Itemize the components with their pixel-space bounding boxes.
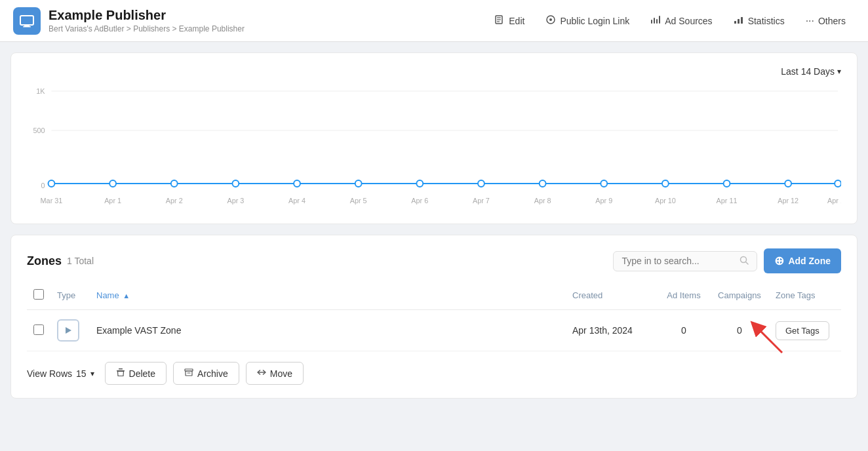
svg-point-32 bbox=[662, 180, 669, 187]
delete-label: Delete bbox=[129, 368, 155, 379]
breadcrumb-root: Bert Varias's AdButler bbox=[49, 24, 124, 33]
search-icon bbox=[740, 256, 749, 267]
zone-campaigns: 0 bbox=[737, 325, 742, 336]
edit-icon bbox=[494, 14, 505, 28]
others-button[interactable]: ··· Others bbox=[797, 10, 855, 32]
header-title-block: Example Publisher Bert Varias's AdButler… bbox=[49, 8, 245, 33]
type-col-header: Type bbox=[50, 284, 90, 310]
move-label: Move bbox=[270, 368, 292, 379]
svg-point-30 bbox=[540, 180, 546, 187]
search-box[interactable] bbox=[613, 251, 757, 271]
delete-button[interactable]: Delete bbox=[105, 362, 167, 385]
svg-text:Apr 9: Apr 9 bbox=[595, 197, 612, 205]
get-tags-label: Get Tags bbox=[785, 326, 819, 336]
vast-zone-icon bbox=[57, 319, 79, 342]
svg-text:Apr 5: Apr 5 bbox=[350, 197, 367, 205]
edit-button[interactable]: Edit bbox=[485, 9, 534, 33]
svg-point-35 bbox=[835, 180, 841, 187]
svg-text:Apr 12: Apr 12 bbox=[778, 197, 799, 205]
zones-title: Zones bbox=[27, 254, 62, 268]
svg-text:Apr 8: Apr 8 bbox=[534, 197, 551, 205]
login-link-icon bbox=[545, 14, 556, 28]
others-label: Others bbox=[818, 16, 846, 26]
chart-section: Last 14 Days ▾ 1K 500 0 bbox=[10, 52, 858, 224]
svg-point-25 bbox=[232, 180, 239, 187]
view-rows-control[interactable]: View Rows 15 ▾ bbox=[27, 368, 94, 379]
svg-text:Apr 7: Apr 7 bbox=[473, 197, 490, 205]
move-button[interactable]: Move bbox=[246, 362, 304, 385]
page-title: Example Publisher bbox=[49, 8, 245, 23]
svg-text:1K: 1K bbox=[36, 87, 45, 95]
ad-sources-label: Ad Sources bbox=[665, 16, 712, 26]
public-login-link-button[interactable]: Public Login Link bbox=[536, 9, 639, 33]
add-zone-label: Add Zone bbox=[788, 256, 831, 266]
breadcrumb-sep1: > bbox=[124, 24, 133, 33]
chart-area: 1K 500 0 Mar 31 Ap bbox=[27, 82, 841, 213]
get-tags-button[interactable]: Get Tags bbox=[776, 321, 829, 340]
view-rows-chevron-icon[interactable]: ▾ bbox=[90, 369, 94, 378]
svg-point-24 bbox=[171, 180, 178, 187]
header: Example Publisher Bert Varias's AdButler… bbox=[0, 0, 868, 42]
row-name-cell: Example VAST Zone bbox=[90, 310, 566, 351]
statistics-button[interactable]: Statistics bbox=[724, 9, 794, 33]
public-login-link-label: Public Login Link bbox=[560, 16, 629, 26]
svg-rect-2 bbox=[23, 26, 31, 28]
table-footer: View Rows 15 ▾ Delete bbox=[27, 362, 841, 385]
svg-point-33 bbox=[724, 180, 730, 187]
zone-created: Apr 13th, 2024 bbox=[572, 325, 633, 336]
svg-line-51 bbox=[746, 262, 749, 264]
action-buttons: Delete Archive bbox=[105, 362, 304, 385]
svg-text:Apr 2: Apr 2 bbox=[166, 197, 183, 205]
svg-point-29 bbox=[478, 180, 484, 187]
period-selector[interactable]: Last 14 Days ▾ bbox=[781, 66, 841, 77]
zones-actions: ⊕ Add Zone bbox=[613, 248, 841, 273]
delete-icon bbox=[116, 368, 125, 379]
svg-text:Apr 4: Apr 4 bbox=[288, 197, 306, 205]
view-rows-value: 15 bbox=[76, 368, 87, 379]
svg-rect-13 bbox=[734, 21, 736, 24]
svg-point-23 bbox=[109, 180, 116, 187]
header-left: Example Publisher Bert Varias's AdButler… bbox=[13, 7, 485, 35]
svg-rect-15 bbox=[741, 17, 743, 24]
svg-point-31 bbox=[601, 180, 607, 187]
row-zone-tags-cell: Get Tags bbox=[769, 310, 841, 351]
table-header: Type Name ▲ Created Ad Items Campaigns Z… bbox=[27, 284, 841, 310]
svg-point-22 bbox=[49, 180, 55, 187]
row-ad-items-cell: 0 bbox=[658, 310, 710, 351]
svg-text:Apr 10: Apr 10 bbox=[655, 197, 676, 205]
table-body: Example VAST Zone Apr 13th, 2024 0 0 Get… bbox=[27, 310, 841, 351]
add-zone-button[interactable]: ⊕ Add Zone bbox=[764, 248, 841, 273]
svg-text:500: 500 bbox=[33, 127, 45, 134]
svg-point-34 bbox=[785, 180, 791, 187]
zones-header: Zones 1 Total ⊕ Add Zone bbox=[27, 248, 841, 273]
row-type-cell bbox=[50, 310, 90, 351]
period-label: Last 14 Days bbox=[781, 66, 835, 77]
breadcrumb-parent: Publishers bbox=[133, 24, 170, 33]
row-checkbox[interactable] bbox=[33, 324, 44, 335]
ad-sources-button[interactable]: Ad Sources bbox=[641, 9, 721, 33]
svg-text:Mar 31: Mar 31 bbox=[41, 197, 63, 205]
zones-section: Zones 1 Total ⊕ Add Zone bbox=[10, 235, 858, 399]
select-all-checkbox[interactable] bbox=[33, 289, 44, 300]
sort-arrow-icon: ▲ bbox=[123, 292, 130, 300]
svg-rect-1 bbox=[24, 25, 30, 26]
svg-text:0: 0 bbox=[41, 182, 45, 189]
archive-button[interactable]: Archive bbox=[173, 362, 239, 385]
campaigns-col-header: Campaigns bbox=[710, 284, 769, 310]
svg-point-27 bbox=[355, 180, 362, 187]
svg-text:Apr 6: Apr 6 bbox=[411, 197, 428, 205]
statistics-icon bbox=[734, 14, 744, 28]
ad-items-col-header: Ad Items bbox=[658, 284, 710, 310]
row-created-cell: Apr 13th, 2024 bbox=[566, 310, 658, 351]
svg-rect-56 bbox=[119, 368, 123, 370]
name-col-header[interactable]: Name ▲ bbox=[90, 284, 566, 310]
row-campaigns-cell: 0 bbox=[710, 310, 769, 351]
svg-point-8 bbox=[549, 18, 552, 21]
search-input[interactable] bbox=[621, 256, 734, 266]
row-checkbox-cell bbox=[27, 310, 50, 351]
header-nav: Edit Public Login Link Ad So bbox=[485, 9, 855, 33]
created-col-header: Created bbox=[566, 284, 658, 310]
edit-label: Edit bbox=[509, 16, 524, 26]
plus-icon: ⊕ bbox=[774, 254, 784, 268]
table-row: Example VAST Zone Apr 13th, 2024 0 0 Get… bbox=[27, 310, 841, 351]
